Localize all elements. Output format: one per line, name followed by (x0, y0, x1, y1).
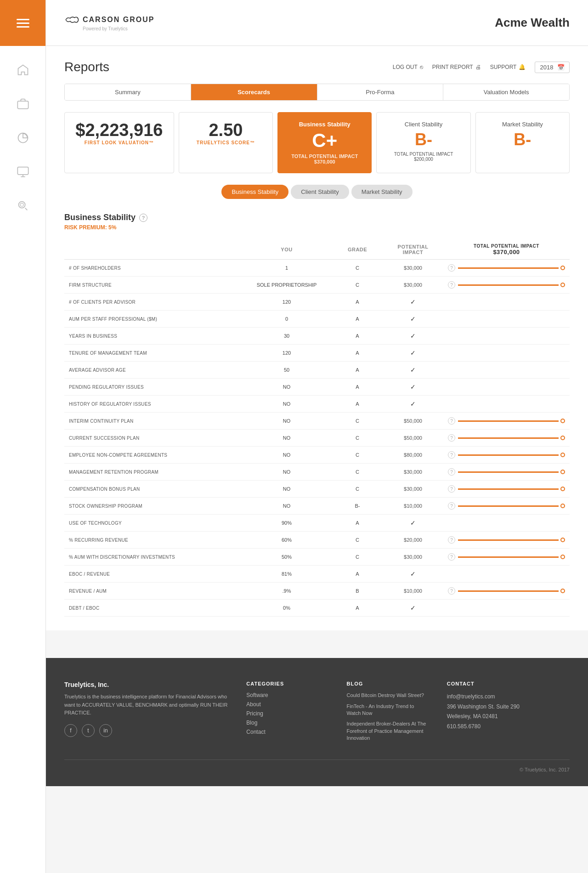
metric-impact: ✓ (383, 294, 443, 311)
year-selector[interactable]: 2018 📅 (535, 62, 570, 73)
section-info-icon[interactable]: ? (139, 214, 147, 222)
hamburger-menu[interactable] (17, 19, 29, 28)
business-stability-section: Business Stability ? RISK PREMIUM: 5% YO… (64, 213, 570, 617)
metric-impact: $30,000 (383, 277, 443, 294)
blog-item-2[interactable]: Independent Broker-Dealers At The Forefr… (347, 720, 429, 742)
metric-bar (443, 600, 570, 617)
stability-tab-client[interactable]: Client Stability (291, 185, 349, 199)
question-icon[interactable]: ? (448, 502, 455, 510)
company-logo: CARSON GROUP (64, 14, 154, 25)
sidebar-item-home[interactable] (13, 60, 33, 80)
question-icon[interactable]: ? (448, 536, 455, 544)
blog-item-1[interactable]: FinTech - An Industry Trend to Watch Now (347, 703, 429, 717)
metric-you: 60% (241, 532, 332, 549)
tab-proforma[interactable]: Pro-Forma (317, 84, 444, 100)
blog-item-0[interactable]: Could Bitcoin Destroy Wall Street? (347, 692, 429, 699)
metric-impact: $30,000 (383, 260, 443, 277)
footer-contact-col: CONTACT info@truelytics.com 396 Washingt… (447, 681, 570, 745)
metric-grade: A (332, 515, 383, 532)
powered-by: Powered by Truelytics (83, 26, 154, 31)
truelytics-card: 2.50 TRUELYTICS SCORE™ (179, 112, 273, 173)
support-button[interactable]: SUPPORT 🔔 (490, 64, 526, 70)
table-row: MANAGEMENT RETENTION PROGRAMNOC$30,000? (64, 464, 570, 481)
question-icon[interactable]: ? (448, 485, 455, 493)
metric-bar: ? (443, 260, 570, 277)
tab-summary[interactable]: Summary (65, 84, 191, 100)
metric-bar: ? (443, 447, 570, 464)
metric-impact: ✓ (383, 311, 443, 328)
sidebar-item-monitor[interactable] (13, 162, 33, 182)
metric-bar: ? (443, 413, 570, 430)
question-icon[interactable]: ? (448, 553, 455, 561)
tab-valuation[interactable]: Valuation Models (443, 84, 569, 100)
print-report-button[interactable]: PRINT REPORT 🖨 (432, 64, 481, 70)
sidebar-item-briefcase[interactable] (13, 94, 33, 114)
footer-categories-col: CATEGORIES Software About Pricing Blog C… (246, 681, 328, 745)
metric-name: CURRENT SUCCESSION PLAN (64, 430, 241, 447)
social-twitter[interactable]: t (82, 724, 95, 737)
footer-link-pricing[interactable]: Pricing (246, 710, 328, 717)
print-icon: 🖨 (475, 64, 481, 70)
business-stability-title: Business Stability (286, 121, 363, 128)
question-icon[interactable]: ? (448, 451, 455, 459)
metric-impact: ✓ (383, 345, 443, 362)
metric-impact: ✓ (383, 600, 443, 617)
market-stability-title: Market Stability (484, 121, 561, 128)
col-potential-impact: POTENTIALIMPACT (383, 240, 443, 260)
table-row: PENDING REGULATORY ISSUESNOA✓ (64, 379, 570, 396)
metric-you: NO (241, 379, 332, 396)
metric-impact: $10,000 (383, 498, 443, 515)
logout-button[interactable]: LOG OUT ⎋ (393, 64, 423, 70)
social-facebook[interactable]: f (64, 724, 77, 737)
metric-grade: C (332, 260, 383, 277)
sidebar-item-chart[interactable] (13, 128, 33, 148)
svg-point-3 (18, 202, 25, 208)
business-stability-card[interactable]: Business Stability C+ TOTAL POTENTIAL IM… (277, 112, 372, 173)
metric-impact: ✓ (383, 379, 443, 396)
metric-grade: A (332, 362, 383, 379)
footer-social: f t in (64, 724, 228, 737)
footer-link-blog[interactable]: Blog (246, 720, 328, 726)
table-row: FIRM STRUCTURESOLE PROPRIETORSHIPC$30,00… (64, 277, 570, 294)
tab-scorecards[interactable]: Scorecards (191, 84, 317, 100)
question-icon[interactable]: ? (448, 434, 455, 442)
metric-bar: ? (443, 464, 570, 481)
table-row: DEBT / EBOC0%A✓ (64, 600, 570, 617)
sidebar-item-search[interactable] (13, 196, 33, 216)
question-icon[interactable]: ? (448, 264, 455, 272)
calendar-icon: 📅 (557, 64, 565, 71)
footer-link-about[interactable]: About (246, 701, 328, 708)
metric-impact: $30,000 (383, 481, 443, 498)
question-icon[interactable]: ? (448, 468, 455, 476)
metric-impact: $10,000 (383, 583, 443, 600)
truelytics-value: 2.50 (187, 121, 264, 140)
table-row: AUM PER STAFF PROFESSIONAL ($M)0A✓ (64, 311, 570, 328)
footer-link-software[interactable]: Software (246, 692, 328, 698)
metric-impact: $50,000 (383, 413, 443, 430)
stability-tab-business[interactable]: Business Stability (221, 185, 288, 199)
client-stability-card[interactable]: Client Stability B- TOTAL POTENTIAL IMPA… (376, 112, 470, 173)
reports-section: Reports LOG OUT ⎋ PRINT REPORT 🖨 SUPPORT… (46, 46, 588, 630)
company-name: CARSON GROUP (83, 16, 154, 24)
metric-impact: $50,000 (383, 430, 443, 447)
footer-description: Truelytics is the business intelligence … (64, 693, 228, 717)
question-icon[interactable]: ? (448, 281, 455, 289)
footer-blog-col: BLOG Could Bitcoin Destroy Wall Street? … (347, 681, 429, 745)
metric-grade: C (332, 430, 383, 447)
metric-you: .9% (241, 583, 332, 600)
question-icon[interactable]: ? (448, 587, 455, 595)
stability-tab-market[interactable]: Market Stability (351, 185, 413, 199)
col-grade: GRADE (332, 240, 383, 260)
section-title: Business Stability ? (64, 213, 570, 222)
metric-bar (443, 362, 570, 379)
market-stability-card[interactable]: Market Stability B- (475, 112, 570, 173)
metric-bar: ? (443, 430, 570, 447)
metric-grade: C (332, 532, 383, 549)
social-linkedin[interactable]: in (99, 724, 112, 737)
footer-link-contact[interactable]: Contact (246, 729, 328, 735)
metric-grade: B (332, 583, 383, 600)
metric-grade: C (332, 549, 383, 566)
metric-you: NO (241, 481, 332, 498)
question-icon[interactable]: ? (448, 417, 455, 425)
blog-title: BLOG (347, 681, 429, 686)
